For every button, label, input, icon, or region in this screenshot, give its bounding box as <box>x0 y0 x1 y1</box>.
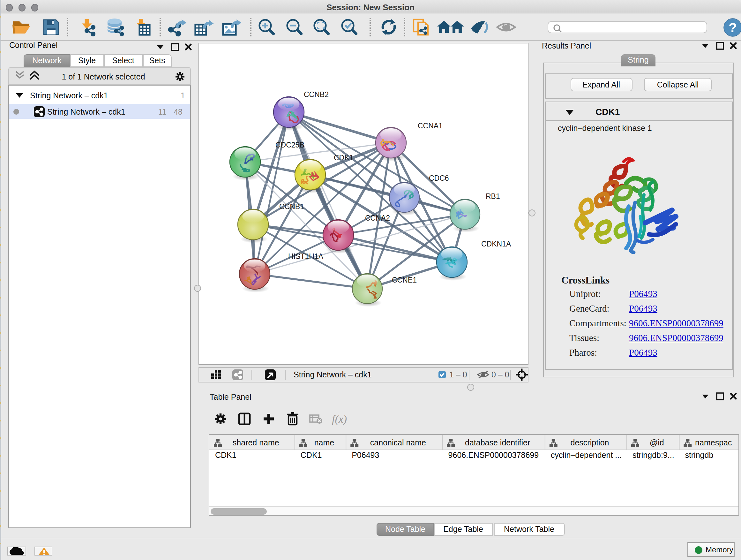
svg-text:namespac: namespac <box>695 438 731 447</box>
svg-text:48: 48 <box>174 107 183 116</box>
svg-text:CDK1: CDK1 <box>333 153 353 162</box>
svg-text:1: 1 <box>181 91 185 100</box>
svg-text:CCNE1: CCNE1 <box>392 275 416 284</box>
svg-text:11: 11 <box>158 107 166 116</box>
svg-text:CCNB2: CCNB2 <box>304 90 328 98</box>
svg-text:CDC6: CDC6 <box>428 174 449 182</box>
svg-text:CDK1: CDK1 <box>596 107 620 117</box>
svg-text:?: ? <box>729 20 737 35</box>
svg-text:canonical name: canonical name <box>370 438 426 447</box>
svg-text:HIST1H1A: HIST1H1A <box>288 252 323 260</box>
svg-text:0 – 0: 0 – 0 <box>491 370 509 379</box>
svg-text:CCNB1: CCNB1 <box>279 202 304 210</box>
svg-text:String Network – cdk1: String Network – cdk1 <box>47 107 125 116</box>
svg-text:CCNA1: CCNA1 <box>417 121 442 130</box>
svg-text:String Network – cdk1: String Network – cdk1 <box>30 91 108 100</box>
svg-text:f(x): f(x) <box>332 413 347 425</box>
svg-text:1 of 1 Network selected: 1 of 1 Network selected <box>62 72 145 81</box>
svg-text:CDKN1A: CDKN1A <box>481 240 511 248</box>
svg-text:name: name <box>314 438 334 447</box>
svg-text:RB1: RB1 <box>485 192 500 200</box>
svg-text:CDC25B: CDC25B <box>275 140 304 149</box>
svg-text:shared name: shared name <box>232 438 279 447</box>
svg-text:@id: @id <box>650 438 664 447</box>
svg-text:CCNA2: CCNA2 <box>365 213 390 222</box>
svg-text:String Network – cdk1: String Network – cdk1 <box>293 370 372 379</box>
svg-text:1 – 0: 1 – 0 <box>449 370 467 379</box>
svg-text:description: description <box>570 438 609 447</box>
svg-text:database identifier: database identifier <box>465 438 530 447</box>
